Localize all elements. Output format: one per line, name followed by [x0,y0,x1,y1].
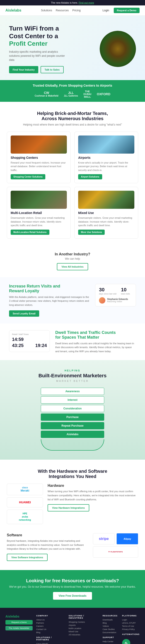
hardware-title: Hardware [48,484,138,488]
avatar-name: Stephanie Edwards [107,298,128,300]
software-integrations-button[interactable]: View Software Integrations [7,554,48,561]
footer-shopping-link[interactable]: Shopping Centers [69,621,98,623]
mixed-use-button[interactable]: More Use Solutions [78,230,105,235]
hero-image-inner [100,31,136,67]
footer-brand: Aislelabs Request a Demo The Aislabs New… [6,614,33,644]
mixed-use-desc: Downsample visitors. Grow your email mar… [78,216,134,227]
hardware-description: When turning your free WiFi offering int… [48,490,138,502]
mixed-use-image [78,191,134,209]
loyalty-button[interactable]: Send Loyalty Email [9,310,39,317]
footer-solutions-partners-heading: SOLUTIONS / PARTNERS [36,636,64,641]
nav-logo[interactable]: Aislelabs [6,8,21,12]
view-downloads-button[interactable]: View Free Downloads [53,592,92,600]
trusted-logo-dubai: THEDUBAIMALL [83,90,91,98]
top-banner: The new Aislabs is here. Find out more [0,0,145,6]
mixed-use-title: Mixed Use [78,211,134,215]
footer-cisco-link[interactable]: Cisco Meraki [36,643,64,644]
industry-card-retail: Multi-Location Retail Downsample visitor… [7,187,71,239]
footer-company-heading: COMPANY [36,614,64,617]
loyalty-title: Increase Return Visits andReward Loyalty [9,284,90,294]
flightstats-logo: ✈ FLIGHTSTATS [93,546,138,558]
nav-link-solutions[interactable]: Solutions [41,9,52,12]
shopping-centers-image [11,136,67,154]
integrations-title: With the Hardware and SoftwareIntegratio… [7,469,138,479]
footer-downloads-link[interactable]: Downloads [103,619,118,621]
software-desc: Software Beyond hardware, integrating Ai… [7,533,88,561]
airports-image [78,136,134,154]
trusted-banner: Trusted Globally, From Shopping Centers … [0,80,145,102]
hero-heading: Turn WiFi from a Cost Center to a Profit… [9,25,100,48]
shopping-centers-title: Shopping Centers [11,156,67,160]
nav-link-resources[interactable]: Resources [56,9,69,12]
footer-logo: Aislelabs [6,614,33,618]
footer-support-heading: SUPPORT [103,636,118,638]
footer-help-link[interactable]: Help Center [103,640,118,643]
footer-resources-heading: RESOURCES [103,614,118,617]
shopping-centers-desc: Reward your most frequent visitors. Incr… [11,161,67,172]
loyalty-text: Increase Return Visits andReward Loyalty… [9,284,90,317]
footer-videos-link[interactable]: Videos [103,625,118,627]
banner-link[interactable]: Find out more [79,1,94,4]
hero-buttons: Find Your Industry Talk to Sales [9,66,100,73]
footer-terms-link[interactable]: Terms of Use [122,625,139,627]
software-description: Beyond hardware, integrating Aislabs int… [7,539,88,551]
loyalty-stat-1: 30 days since last visit [99,287,116,295]
talk-to-sales-button[interactable]: Talk to Sales [41,66,64,73]
loyalty-description: With the Aislabs platform, send real-tim… [9,295,90,307]
loyalty-avatar: Stephanie Edwards Returning Visitor [99,297,132,304]
trusted-logos: CW Cushman & Wakefield JLL JLL Galleries… [6,90,139,98]
funnel-container: Awareness Interest Consideration Purchas… [41,388,104,450]
footer-case-studies-link[interactable]: Case Studies [103,628,118,630]
footer-all-industries-link[interactable]: All Industries [69,634,98,636]
integrations-section: With the Hardware and SoftwareIntegratio… [0,460,145,533]
footer-docs-link[interactable]: Documentation [103,631,118,634]
footer-mixed-link[interactable]: Mixed Use [69,630,98,633]
footer-privacy-link[interactable]: Privacy Policy [122,628,139,630]
software-section: Software Beyond hardware, integrating Ai… [0,533,145,570]
dwell-time-2: 43:25 [12,343,24,348]
airports-button[interactable]: Airport Solutions [78,174,102,180]
retail-button[interactable]: Multi-Location Retail Solutions [11,230,49,235]
loyalty-stat-2: 10 total visits [121,287,130,295]
hardware-integrations-button[interactable]: View Hardware Integrations [48,504,89,512]
avatar-circle [99,297,105,304]
helping-label: HELPING [14,369,131,372]
footer-login-link[interactable]: Login [122,619,139,621]
trusted-logo-cw: CW Cushman & Wakefield [35,91,58,97]
trusted-logo-oxford: OXFORD [97,92,110,96]
footer-solutions-col: SOLUTIONS / INDUSTRIES Shopping Centers … [69,614,98,644]
marketers-title: Built-Environment Marketers [14,373,131,379]
nav-link-pricing[interactable]: Pricing [72,9,81,12]
footer-careers-link[interactable]: Careers [36,625,64,627]
footer-request-button[interactable]: Request a Demo [6,620,33,624]
loyalty-stat-label-2: total visits [121,293,130,295]
find-industry-button[interactable]: Find Your Industry [9,66,38,73]
avatar-sub: Returning Visitor [107,300,128,303]
footer-company-col: COMPANY About Us Partners Careers Contac… [36,614,64,644]
footer-legal-link[interactable]: LEGAL STUFF [122,622,139,624]
funnel-repeat: Repeat Purchase [41,422,104,429]
alipay-logo: Alipay [116,533,138,544]
login-button[interactable]: Login [100,8,111,13]
footer-contact-link[interactable]: Contact Us [36,628,64,630]
dwell-description: Dwell times and traffic counts are criti… [55,342,136,354]
request-demo-button[interactable]: Request a Demo [114,8,139,13]
footer-about-link[interactable]: About Us [36,619,64,621]
footer-resources-blog-link[interactable]: Blog [103,622,118,624]
footer-platforms-heading: PLATFORMS [122,614,139,617]
funnel-awareness: Awareness [41,388,104,395]
footer-blog-link[interactable]: Blog [36,631,64,634]
footer-airports-link[interactable]: Airports [69,624,98,626]
footer-platforms-col: PLATFORMS Login LEGAL STUFF Terms of Use… [122,614,139,644]
footer-automations-heading: AUTOMATIONS [122,633,139,636]
view-all-industries-button[interactable]: View All Industries [57,263,88,270]
footer-top: Aislelabs Request a Demo The Aislabs New… [6,614,139,644]
shopping-centers-button[interactable]: Shopping Center Solutions [11,174,45,180]
hero-image [100,31,136,67]
dwell-section: Retail / Mall Times 14:59 43:25 19:24 Dw… [0,324,145,360]
retail-image [11,191,67,209]
footer-partners-link[interactable]: Partners [36,622,64,624]
huawei-logo: HUAWEI [7,498,43,507]
footer-retail-link[interactable]: Multi-Location [69,627,98,630]
footer-newsletter-button[interactable]: The Aislabs Newsletter [6,626,33,630]
